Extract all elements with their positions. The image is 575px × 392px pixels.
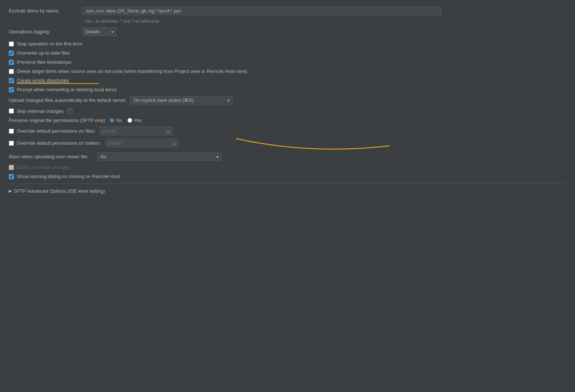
warn-uploading-row: Warn when uploading over newer file: No …	[9, 152, 566, 161]
exclude-items-hint: use ; as delimiter, * and ? as wildcards	[85, 19, 566, 24]
override-folders-row: Override default permissions on folders:…	[9, 139, 566, 147]
notify-remote-checkbox[interactable]	[9, 165, 14, 170]
preserve-permissions-no-radio[interactable]	[110, 118, 114, 123]
preserve-permissions-radio-group: No Yes	[110, 118, 142, 123]
upload-label: Upload changed files automatically to th…	[9, 97, 126, 103]
preserve-permissions-row: Preserve original file permissions (SFTP…	[9, 118, 566, 123]
create-empty-dirs-checkbox[interactable]	[9, 78, 14, 83]
create-empty-dirs-row: Create empty directories	[9, 78, 566, 83]
preserve-permissions-no-label[interactable]: No	[116, 118, 122, 123]
operations-logging-dropdown-wrapper[interactable]: Details Summary None	[82, 27, 116, 36]
warn-uploading-label: Warn when uploading over newer file:	[9, 154, 88, 159]
upload-row: Upload changed files automatically to th…	[9, 96, 566, 104]
delete-target-label[interactable]: Delete target items when source ones do …	[17, 69, 247, 74]
override-folders-folder-icon[interactable]: 🗂	[171, 140, 177, 146]
prompt-overwrite-row: Prompt when overwriting or deleting loca…	[9, 87, 566, 92]
override-folders-input-wrapper: 🗂	[105, 139, 179, 147]
upload-select[interactable]: On explicit save action (⌘S) Always Neve…	[130, 96, 233, 104]
show-warning-row: Show warning dialog on moving on Remote …	[9, 174, 566, 179]
skip-external-checkbox[interactable]	[9, 108, 14, 114]
stop-on-error-row: Stop operation on the first error	[9, 41, 566, 47]
warn-uploading-select[interactable]: No Yes	[97, 152, 222, 161]
preserve-permissions-label: Preserve original file permissions (SFTP…	[9, 118, 105, 123]
overwrite-files-checkbox[interactable]	[9, 51, 14, 56]
override-folders-input[interactable]	[105, 139, 179, 147]
upload-dropdown-wrapper[interactable]: On explicit save action (⌘S) Always Neve…	[130, 96, 233, 104]
skip-external-label[interactable]: Skip external changes	[17, 108, 64, 114]
delete-target-row: Delete target items when source ones do …	[9, 69, 566, 74]
operations-logging-label: Operations logging:	[9, 29, 82, 34]
override-files-input-wrapper: 🗂	[100, 127, 173, 135]
stop-on-error-checkbox[interactable]	[9, 41, 14, 47]
preserve-permissions-no-option[interactable]: No	[110, 118, 122, 123]
notify-remote-row: Notify of remote changes	[9, 164, 566, 170]
skip-external-help-icon[interactable]: ?	[67, 108, 73, 114]
preserve-timestamps-checkbox[interactable]	[9, 60, 14, 65]
show-warning-label[interactable]: Show warning dialog on moving on Remote …	[17, 174, 120, 179]
overwrite-files-label[interactable]: Overwrite up-to-date files	[17, 50, 70, 56]
divider	[9, 184, 566, 184]
preserve-permissions-yes-option[interactable]: Yes	[127, 118, 142, 123]
override-files-folder-icon[interactable]: 🗂	[166, 128, 171, 134]
operations-logging-select[interactable]: Details Summary None	[82, 27, 116, 36]
sftp-advanced-arrow-icon: ▶	[9, 189, 12, 193]
exclude-items-label: Exclude items by name:	[9, 8, 82, 14]
stop-on-error-label[interactable]: Stop operation on the first error	[17, 41, 83, 47]
preserve-permissions-yes-radio[interactable]	[127, 118, 132, 123]
preserve-timestamps-row: Preserve files timestamps	[9, 59, 566, 65]
sftp-advanced-row[interactable]: ▶ SFTP Advanced Options (IDE level setti…	[9, 188, 566, 194]
override-files-row: Override default permissions on files: 🗂	[9, 127, 566, 135]
sftp-advanced-label[interactable]: SFTP Advanced Options (IDE level setting…	[14, 188, 105, 194]
show-warning-checkbox[interactable]	[9, 174, 14, 179]
prompt-overwrite-label[interactable]: Prompt when overwriting or deleting loca…	[17, 87, 116, 92]
preserve-timestamps-label[interactable]: Preserve files timestamps	[17, 59, 71, 65]
override-files-input[interactable]	[100, 127, 173, 135]
prompt-overwrite-checkbox[interactable]	[9, 87, 14, 92]
skip-external-row: Skip external changes ?	[9, 108, 566, 114]
override-files-checkbox[interactable]	[9, 129, 14, 134]
preserve-permissions-yes-label[interactable]: Yes	[134, 118, 142, 123]
override-folders-checkbox[interactable]	[9, 141, 14, 146]
notify-remote-label: Notify of remote changes	[17, 164, 70, 170]
exclude-items-input[interactable]	[82, 7, 441, 15]
override-files-label[interactable]: Override default permissions on files:	[17, 128, 95, 134]
delete-target-checkbox[interactable]	[9, 69, 14, 74]
warn-uploading-dropdown-wrapper[interactable]: No Yes	[97, 152, 222, 161]
create-empty-dirs-label[interactable]: Create empty directories	[17, 78, 69, 83]
overwrite-files-row: Overwrite up-to-date files	[9, 50, 566, 56]
override-folders-label[interactable]: Override default permissions on folders:	[17, 140, 101, 146]
